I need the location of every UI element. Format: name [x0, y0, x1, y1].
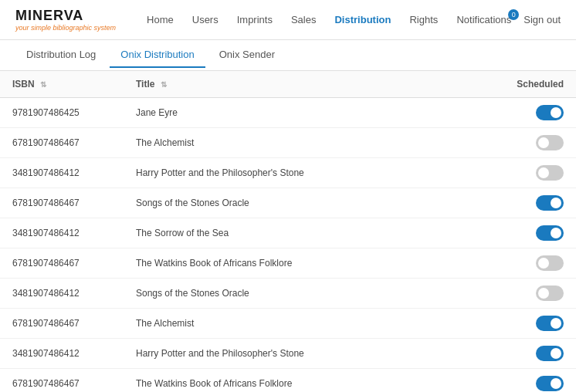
isbn-sort-icon[interactable]: ⇅ [40, 80, 46, 89]
cell-title: Harry Potter and the Philosopher's Stone [124, 158, 499, 188]
toggle-switch[interactable] [536, 346, 564, 361]
cell-isbn: 6781907486467 [0, 369, 124, 393]
cell-isbn: 3481907486412 [0, 158, 124, 188]
toggle-switch[interactable] [536, 225, 564, 241]
toggle-switch[interactable] [536, 376, 564, 391]
table-row: 9781907486425Jane Eyre [0, 98, 576, 128]
col-header-title: Title ⇅ [124, 71, 499, 98]
toggle-switch[interactable] [536, 135, 564, 150]
logo: MINERVA your simple bibliographic system [15, 8, 116, 32]
toggle-switch[interactable] [536, 316, 564, 331]
table-body: 9781907486425Jane Eyre6781907486467The A… [0, 98, 576, 393]
nav-link-home[interactable]: Home [147, 11, 174, 29]
table-row: 6781907486467The Watkins Book of African… [0, 369, 576, 393]
nav-links: HomeUsersImprintsSalesDistributionRights [147, 11, 456, 29]
cell-title: The Watkins Book of Africans Folklore [124, 369, 499, 393]
table-row: 6781907486467The Alchemist [0, 309, 576, 339]
cell-scheduled [499, 369, 576, 393]
cell-scheduled [499, 158, 576, 188]
cell-isbn: 6781907486467 [0, 128, 124, 158]
header-row: ISBN ⇅ Title ⇅ Scheduled [0, 71, 576, 98]
cell-title: The Alchemist [124, 128, 499, 158]
cell-isbn: 6781907486467 [0, 188, 124, 218]
table-header: ISBN ⇅ Title ⇅ Scheduled [0, 71, 576, 98]
nav-link-distribution[interactable]: Distribution [334, 11, 391, 29]
cell-isbn: 3481907486412 [0, 218, 124, 248]
cell-isbn: 3481907486412 [0, 279, 124, 309]
cell-title: Songs of the Stones Oracle [124, 279, 499, 309]
col-header-isbn: ISBN ⇅ [0, 71, 124, 98]
notifications-label: Notifications [456, 14, 511, 25]
nav-link-sales[interactable]: Sales [291, 11, 317, 29]
cell-scheduled [499, 339, 576, 369]
title-sort-icon[interactable]: ⇅ [161, 80, 167, 89]
nav-link-rights[interactable]: Rights [409, 11, 438, 29]
toggle-switch[interactable] [536, 195, 564, 211]
cell-title: The Watkins Book of Africans Folklore [124, 248, 499, 279]
cell-title: Songs of the Stones Oracle [124, 188, 499, 218]
logo-tagline: your simple bibliographic system [15, 24, 116, 32]
col-header-scheduled: Scheduled [499, 71, 576, 98]
cell-isbn: 3481907486412 [0, 339, 124, 369]
cell-isbn: 9781907486425 [0, 98, 124, 128]
table-row: 3481907486412Songs of the Stones Oracle [0, 279, 576, 309]
table-row: 3481907486412The Sorrow of the Sea [0, 218, 576, 248]
cell-scheduled [499, 128, 576, 158]
table-row: 6781907486467The Alchemist [0, 128, 576, 158]
cell-title: Jane Eyre [124, 98, 499, 128]
cell-scheduled [499, 309, 576, 339]
notifications-badge: 0 [508, 9, 519, 20]
toggle-switch[interactable] [536, 105, 564, 120]
cell-scheduled [499, 188, 576, 218]
nav-link-users[interactable]: Users [192, 11, 219, 29]
nav-right: Notifications 0 Sign out [456, 14, 561, 25]
books-table: ISBN ⇅ Title ⇅ Scheduled 9781907486425Ja… [0, 71, 576, 392]
table-row: 3481907486412Harry Potter and the Philos… [0, 158, 576, 188]
cell-isbn: 6781907486467 [0, 248, 124, 279]
toggle-switch[interactable] [536, 255, 564, 271]
sub-tab-onix-sender[interactable]: Onix Sender [208, 42, 286, 68]
cell-title: Harry Potter and the Philosopher's Stone [124, 339, 499, 369]
sub-tab-distribution-log[interactable]: Distribution Log [15, 42, 107, 68]
table-row: 6781907486467The Watkins Book of African… [0, 248, 576, 279]
signout-link[interactable]: Sign out [523, 14, 561, 25]
cell-scheduled [499, 279, 576, 309]
cell-title: The Alchemist [124, 309, 499, 339]
logo-title: MINERVA [15, 8, 116, 24]
toggle-switch[interactable] [536, 286, 564, 301]
table-container: ISBN ⇅ Title ⇅ Scheduled 9781907486425Ja… [0, 71, 576, 392]
cell-scheduled [499, 248, 576, 279]
cell-scheduled [499, 98, 576, 128]
sub-tab-onix-distribution[interactable]: Onix Distribution [110, 42, 205, 68]
nav-link-imprints[interactable]: Imprints [237, 11, 273, 29]
notifications-link[interactable]: Notifications 0 [456, 14, 511, 25]
cell-scheduled [499, 218, 576, 248]
cell-isbn: 6781907486467 [0, 309, 124, 339]
toggle-switch[interactable] [536, 165, 564, 181]
table-row: 3481907486412Harry Potter and the Philos… [0, 339, 576, 369]
sub-nav: Distribution LogOnix DistributionOnix Se… [0, 40, 576, 71]
nav-bar: MINERVA your simple bibliographic system… [0, 0, 576, 40]
table-row: 6781907486467Songs of the Stones Oracle [0, 188, 576, 218]
cell-title: The Sorrow of the Sea [124, 218, 499, 248]
